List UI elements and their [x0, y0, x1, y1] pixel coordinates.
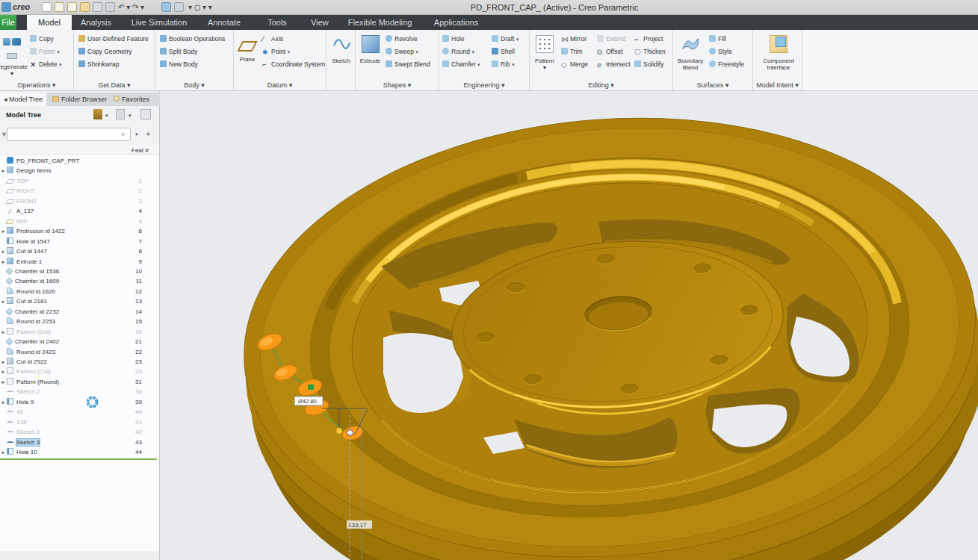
svg-text:133.17: 133.17	[348, 522, 367, 529]
svg-text:Ø42.80: Ø42.80	[298, 398, 317, 405]
